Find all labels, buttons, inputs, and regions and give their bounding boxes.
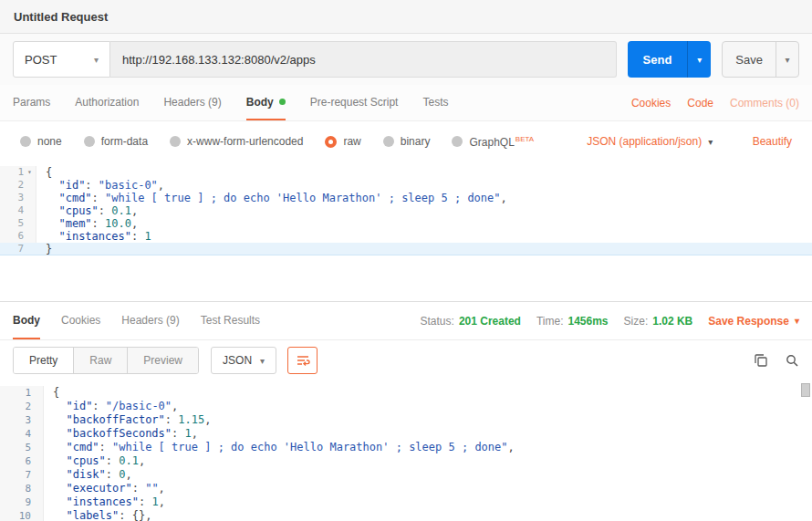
search-icon (785, 353, 799, 368)
request-tabs: Params Authorization Headers (9) Body Pr… (0, 85, 812, 121)
radio-icon[interactable] (383, 136, 394, 147)
beta-badge: BETA (515, 135, 534, 143)
body-type-row: none form-data x-www-form-urlencoded raw… (0, 121, 812, 162)
code-line-2[interactable]: 2 "id": "/basic-0", (0, 400, 812, 413)
radio-icon[interactable] (452, 136, 463, 147)
body-content-dot-icon (279, 99, 286, 105)
code-line-1[interactable]: 1{ (0, 386, 812, 400)
save-options-caret[interactable]: ▾ (776, 42, 798, 77)
search-button[interactable] (785, 353, 799, 368)
line-number-gutter: 7 (0, 243, 36, 255)
send-button[interactable]: Send ▾ (628, 41, 712, 78)
line-number-gutter: 3 (0, 413, 44, 427)
scrollbar-thumb[interactable] (801, 383, 810, 397)
tab-headers[interactable]: Headers (9) (163, 85, 221, 120)
radio-icon[interactable] (20, 136, 31, 147)
line-number-gutter: 5 (0, 217, 36, 230)
tab-body[interactable]: Body (246, 85, 286, 120)
code-line-6[interactable]: 6 "cpus": 0.1, (0, 454, 812, 468)
send-label[interactable]: Send (628, 41, 688, 78)
view-mode-preview[interactable]: Preview (127, 348, 198, 373)
request-body-editor[interactable]: 1▾{2 "id": "basic-0",3 "cmd": "while [ t… (0, 162, 812, 302)
body-type-x-www-form-urlencoded[interactable]: x-www-form-urlencoded (170, 135, 303, 148)
line-number-gutter: 1 (0, 386, 44, 400)
code-line-3[interactable]: 3 "cmd": "while [ true ] ; do echo 'Hell… (0, 192, 812, 204)
code-line-6[interactable]: 6 "instances": 1 (0, 230, 812, 243)
response-header: Body Cookies Headers (9) Test Results St… (0, 302, 812, 340)
method-select[interactable]: POST ▾ (13, 41, 110, 78)
code-line-text: "id": "basic-0", (36, 179, 812, 192)
line-number-gutter: 1▾ (0, 166, 36, 179)
copy-icon (754, 353, 768, 368)
tab-authorization[interactable]: Authorization (75, 85, 139, 120)
radio-selected-icon[interactable] (325, 136, 337, 148)
code-line-4[interactable]: 4 "cpus": 0.1, (0, 204, 812, 217)
code-line-4[interactable]: 4 "backoffSeconds": 1, (0, 427, 812, 441)
fold-caret-icon[interactable]: ▾ (24, 166, 36, 179)
response-format-select[interactable]: JSON ▾ (211, 347, 276, 374)
body-type-binary[interactable]: binary (383, 135, 431, 148)
code-line-10[interactable]: 10 "labels": {}, (0, 509, 812, 521)
request-title: Untitled Request (14, 10, 108, 24)
size-label: Size: (624, 315, 649, 328)
body-type-raw[interactable]: raw (325, 135, 360, 148)
tab-tests[interactable]: Tests (422, 85, 448, 120)
response-tab-cookies[interactable]: Cookies (61, 302, 100, 339)
request-titlebar: Untitled Request (0, 0, 812, 34)
code-line-text: "labels": {}, (44, 509, 812, 521)
tab-params[interactable]: Params (13, 85, 50, 120)
code-line-1[interactable]: 1▾{ (0, 166, 812, 179)
tab-pre-request-script[interactable]: Pre-request Script (310, 85, 399, 120)
line-number-gutter: 7 (0, 468, 44, 482)
view-mode-pretty[interactable]: Pretty (14, 348, 73, 373)
line-number-gutter: 3 (0, 192, 36, 204)
code-line-5[interactable]: 5 "cmd": "while [ true ] ; do echo 'Hell… (0, 441, 812, 454)
code-link[interactable]: Code (687, 97, 713, 109)
request-tab-links: Cookies Code Comments (0) (631, 85, 799, 120)
send-options-caret[interactable]: ▾ (687, 41, 711, 78)
radio-icon[interactable] (170, 136, 181, 147)
comments-link[interactable]: Comments (0) (730, 97, 799, 109)
status-label: Status: (421, 315, 454, 328)
code-line-3[interactable]: 3 "backoffFactor": 1.15, (0, 413, 812, 427)
response-tab-body[interactable]: Body (13, 302, 40, 339)
body-type-form-data[interactable]: form-data (84, 135, 148, 148)
response-body-editor[interactable]: 1{2 "id": "/basic-0",3 "backoffFactor": … (0, 380, 812, 521)
time-label: Time: (536, 315, 564, 328)
code-line-text: "disk": 0, (44, 468, 812, 482)
beautify-link[interactable]: Beautify (753, 135, 792, 148)
copy-button[interactable] (754, 353, 768, 368)
code-line-8[interactable]: 8 "executor": "", (0, 482, 812, 495)
wrap-text-button[interactable] (287, 347, 318, 374)
code-line-9[interactable]: 9 "instances": 1, (0, 495, 812, 509)
code-line-text: { (36, 166, 812, 179)
code-line-5[interactable]: 5 "mem": 10.0, (0, 217, 812, 230)
code-line-text: "backoffFactor": 1.15, (44, 413, 812, 427)
save-response-button[interactable]: Save Response ▾ (708, 315, 799, 328)
line-number-gutter: 2 (0, 179, 36, 192)
url-input[interactable] (110, 41, 617, 78)
content-type-label: JSON (application/json) (587, 135, 702, 148)
response-tab-headers[interactable]: Headers (9) (121, 302, 179, 339)
body-type-graphql[interactable]: GraphQLBETA (452, 135, 534, 149)
response-tab-test-results[interactable]: Test Results (201, 302, 260, 339)
method-label: POST (25, 53, 57, 67)
chevron-down-icon: ▾ (260, 356, 265, 366)
code-line-text: } (36, 243, 812, 255)
code-line-text: { (44, 386, 812, 400)
line-number-gutter: 8 (0, 482, 44, 495)
code-line-7[interactable]: 7 "disk": 0, (0, 468, 812, 482)
view-mode-group: Pretty Raw Preview (13, 347, 199, 374)
code-line-text: "cmd": "while [ true ] ; do echo 'Hello … (44, 441, 812, 454)
save-label[interactable]: Save (723, 42, 776, 77)
code-line-7[interactable]: 7} (0, 243, 812, 255)
content-type-select[interactable]: JSON (application/json) ▾ (587, 135, 713, 148)
body-type-none[interactable]: none (20, 135, 62, 148)
radio-icon[interactable] (84, 136, 95, 147)
view-mode-raw[interactable]: Raw (73, 348, 127, 373)
cookies-link[interactable]: Cookies (631, 97, 671, 109)
chevron-down-icon: ▾ (94, 55, 99, 65)
code-line-2[interactable]: 2 "id": "basic-0", (0, 179, 812, 192)
save-button[interactable]: Save ▾ (722, 41, 799, 78)
chevron-down-icon: ▾ (795, 316, 799, 326)
